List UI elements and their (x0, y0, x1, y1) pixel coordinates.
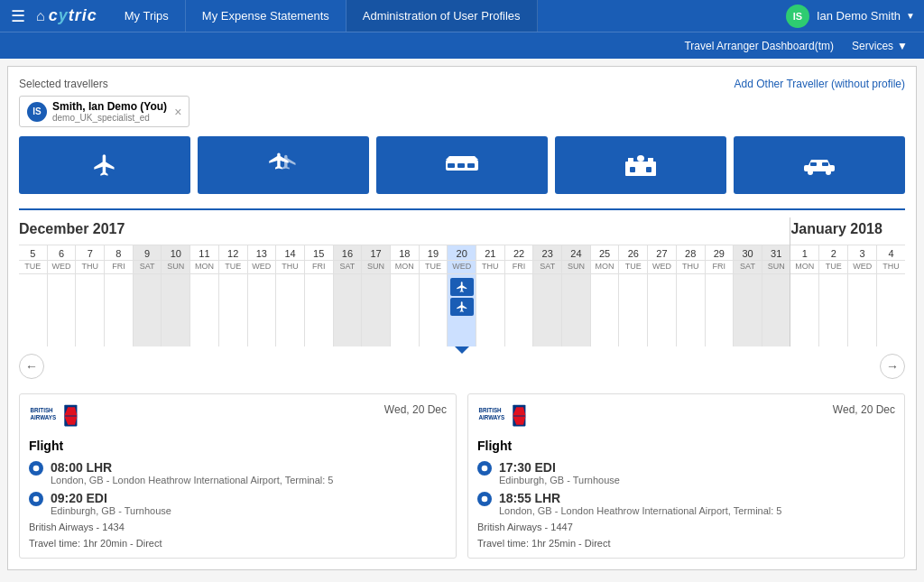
flight-1-info: British Airways - 1434 (29, 522, 447, 532)
day-dow-3: WED (848, 261, 876, 274)
multi-flight-button[interactable] (198, 136, 369, 194)
flight-chip-20-1[interactable] (450, 298, 474, 316)
cal-day-27[interactable]: 27WED (648, 245, 677, 346)
cal-day-19[interactable]: 19TUE (420, 245, 448, 346)
ba-logo-1: BRITISH AIRWAYS (29, 403, 79, 431)
user-dropdown-chevron: ▼ (906, 11, 915, 21)
secondary-nav: Travel Arranger Dashboard(tm) Services ▼ (0, 32, 924, 59)
cal-day-18[interactable]: 18MON (391, 245, 420, 346)
day-body-14 (276, 274, 304, 346)
train-button[interactable] (376, 136, 548, 194)
nav-expense[interactable]: My Expense Statements (186, 0, 346, 32)
december-grid: 5TUE6WED7THU8FRI9SAT10SUN11MON12TUE13WED… (19, 245, 790, 346)
day-num-21: 21 (476, 245, 504, 261)
january-grid: 1MON2TUE3WED4THU (790, 245, 905, 346)
stop-3-info: 17:30 EDI Edinburgh, GB - Turnhouse (499, 460, 620, 485)
flight-2-info: British Airways - 1447 (477, 522, 895, 532)
cal-day-12[interactable]: 12TUE (219, 245, 248, 346)
cal-day-24[interactable]: 24SUN (562, 245, 591, 346)
flight-chip-20-0[interactable] (450, 278, 474, 296)
day-num-25: 25 (591, 245, 619, 261)
remove-traveller-button[interactable]: × (174, 105, 181, 119)
cal-day-1[interactable]: 1MON (790, 245, 819, 346)
day-dow-20: WED (448, 261, 476, 274)
cal-day-16[interactable]: 16SAT (334, 245, 363, 346)
cal-day-21[interactable]: 21THU (476, 245, 505, 346)
day-dow-23: SAT (533, 261, 561, 274)
flight-2-stop-2: 18:55 LHR London, GB - London Heathrow I… (477, 491, 895, 516)
day-body-31 (762, 274, 790, 346)
day-num-24: 24 (562, 245, 590, 261)
flight-2-label: Flight (477, 439, 895, 453)
cal-day-17[interactable]: 17SUN (362, 245, 391, 346)
cal-day-25[interactable]: 25MON (591, 245, 620, 346)
day-num-14: 14 (276, 245, 304, 261)
cal-day-28[interactable]: 28THU (677, 245, 706, 346)
cal-day-31[interactable]: 31SUN (762, 245, 790, 346)
hotel-button[interactable] (555, 136, 726, 194)
flights-section: BRITISH AIRWAYS Wed, 20 Dec Flight (19, 393, 905, 559)
day-dow-9: SAT (134, 261, 162, 274)
cal-day-29[interactable]: 29FRI (706, 245, 735, 346)
stop-3-desc: Edinburgh, GB - Turnhouse (499, 475, 620, 485)
travel-arranger-link[interactable]: Travel Arranger Dashboard(tm) (673, 40, 845, 52)
cal-day-11[interactable]: 11MON (190, 245, 219, 346)
day-body-8 (105, 274, 133, 346)
stop-2-icon (29, 492, 43, 506)
nav-my-trips[interactable]: My Trips (108, 0, 186, 32)
next-month-button[interactable]: → (880, 354, 905, 379)
day-dow-31: SUN (762, 261, 790, 274)
traveller-chip: IS Smith, Ian Demo (You) demo_UK_special… (19, 96, 189, 127)
selected-travellers-section: Selected travellers IS Smith, Ian Demo (… (19, 78, 189, 127)
cal-day-10[interactable]: 10SUN (162, 245, 190, 346)
cal-day-9[interactable]: 9SAT (134, 245, 162, 346)
day-dow-15: FRI (305, 261, 333, 274)
services-chevron: ▼ (897, 40, 908, 52)
cal-day-4[interactable]: 4THU (877, 245, 905, 346)
svg-rect-15 (822, 162, 828, 166)
svg-rect-9 (630, 167, 635, 172)
cal-day-22[interactable]: 22FRI (505, 245, 534, 346)
inner-pad: Selected travellers IS Smith, Ian Demo (… (8, 67, 916, 569)
cal-day-30[interactable]: 30SAT (734, 245, 762, 346)
flight-card-2-header: BRITISH AIRWAYS Wed, 20 Dec (477, 403, 895, 431)
flight-card-2: BRITISH AIRWAYS Wed, 20 Dec Flight (467, 393, 905, 559)
cal-day-5[interactable]: 5TUE (19, 245, 48, 346)
cal-day-2[interactable]: 2TUE (819, 245, 848, 346)
day-dow-27: WED (648, 261, 676, 274)
cal-day-8[interactable]: 8FRI (105, 245, 134, 346)
cal-day-3[interactable]: 3WED (848, 245, 877, 346)
cal-day-20[interactable]: 20WED (448, 245, 476, 346)
nav-admin[interactable]: Administration of User Profiles (346, 0, 538, 32)
stop-1-info: 08:00 LHR London, GB - London Heathrow I… (51, 460, 333, 485)
cal-day-23[interactable]: 23SAT (533, 245, 562, 346)
flight-1-label: Flight (29, 439, 447, 453)
day-num-4: 4 (877, 245, 905, 261)
day-body-10 (162, 274, 189, 346)
traveller-info: Smith, Ian Demo (You) demo_UK_specialist… (52, 100, 167, 123)
day-dow-8: FRI (105, 261, 133, 274)
cal-day-7[interactable]: 7THU (76, 245, 105, 346)
cal-day-15[interactable]: 15FRI (305, 245, 334, 346)
flight-button[interactable] (19, 136, 190, 194)
day-num-26: 26 (619, 245, 647, 261)
day-num-7: 7 (76, 245, 104, 261)
day-num-20: 20 (448, 245, 476, 261)
flight-2-duration: Travel time: 1hr 25min - Direct (477, 538, 895, 549)
cal-day-26[interactable]: 26TUE (619, 245, 648, 346)
december-header: December 2017 (19, 217, 790, 245)
day-dow-13: WED (248, 261, 276, 274)
day-body-16 (334, 274, 362, 346)
cal-day-6[interactable]: 6WED (48, 245, 77, 346)
stop-1-icon (29, 461, 43, 476)
prev-month-button[interactable]: ← (19, 354, 44, 379)
services-dropdown[interactable]: Services ▼ (845, 40, 915, 52)
add-traveller-link[interactable]: Add Other Traveller (without profile) (735, 78, 905, 90)
car-button[interactable] (734, 136, 905, 194)
day-body-6 (48, 274, 76, 346)
hamburger-menu[interactable]: ☰ (0, 6, 36, 26)
user-area[interactable]: IS Ian Demo Smith ▼ (777, 5, 924, 28)
cal-day-14[interactable]: 14THU (276, 245, 305, 346)
cal-day-13[interactable]: 13WED (248, 245, 277, 346)
day-num-15: 15 (305, 245, 333, 261)
